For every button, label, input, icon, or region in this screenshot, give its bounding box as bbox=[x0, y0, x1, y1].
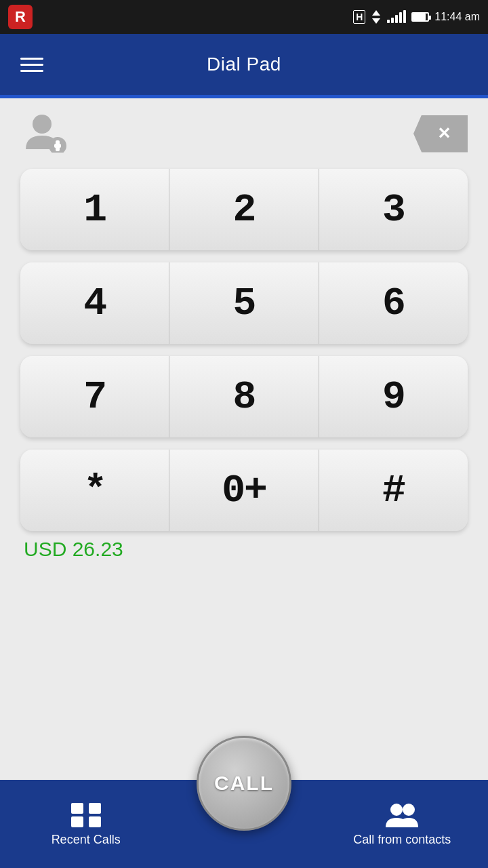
status-time: 11:44 am bbox=[434, 11, 480, 23]
backspace-button[interactable]: ✕ bbox=[413, 115, 468, 153]
key-8[interactable]: 8 bbox=[169, 356, 319, 437]
call-button[interactable]: CALL bbox=[197, 736, 291, 831]
key-7[interactable]: 7 bbox=[20, 356, 169, 437]
battery-icon bbox=[411, 12, 429, 22]
signal-bars bbox=[387, 11, 406, 23]
key-9[interactable]: 9 bbox=[319, 356, 468, 437]
svg-rect-5 bbox=[56, 140, 60, 151]
svg-rect-6 bbox=[71, 803, 83, 814]
key-4[interactable]: 4 bbox=[20, 262, 169, 344]
svg-point-2 bbox=[33, 115, 52, 134]
svg-point-10 bbox=[390, 804, 403, 816]
top-icons: ✕ bbox=[20, 112, 468, 155]
menu-button[interactable] bbox=[14, 51, 50, 79]
key-6[interactable]: 6 bbox=[319, 262, 468, 344]
status-bar: R H 11:44 am bbox=[0, 0, 488, 34]
status-bar-left: R bbox=[8, 5, 33, 29]
network-type-icon: H bbox=[353, 10, 365, 24]
status-bar-right: H 11:44 am bbox=[353, 10, 480, 24]
svg-rect-9 bbox=[89, 816, 101, 827]
key-star[interactable]: * bbox=[20, 450, 169, 531]
dial-row-3: 7 8 9 bbox=[20, 356, 468, 437]
contacts-nav[interactable]: Call from contacts bbox=[334, 802, 470, 847]
svg-marker-1 bbox=[372, 18, 380, 24]
main-content: ✕ 1 2 3 4 5 6 bbox=[0, 98, 488, 780]
recent-calls-label: Recent Calls bbox=[52, 833, 121, 847]
recent-calls-nav[interactable]: Recent Calls bbox=[18, 802, 154, 847]
contacts-label: Call from contacts bbox=[353, 833, 451, 847]
key-5[interactable]: 5 bbox=[169, 262, 319, 344]
key-hash[interactable]: # bbox=[319, 450, 468, 531]
dial-row-4: * 0+ # bbox=[20, 450, 468, 531]
dial-pad: 1 2 3 4 5 6 7 8 bbox=[20, 169, 468, 531]
data-direction-icon bbox=[371, 10, 382, 24]
add-contact-button[interactable] bbox=[20, 112, 68, 155]
recent-calls-icon bbox=[70, 802, 102, 829]
toolbar: Dial Pad bbox=[0, 34, 488, 95]
call-button-label: CALL bbox=[214, 772, 274, 795]
app-icon: R bbox=[8, 5, 33, 29]
toolbar-title: Dial Pad bbox=[207, 54, 281, 75]
svg-rect-7 bbox=[89, 803, 101, 814]
dial-row-1: 1 2 3 bbox=[20, 169, 468, 250]
key-0[interactable]: 0+ bbox=[169, 450, 319, 531]
balance-display: USD 26.23 bbox=[24, 538, 123, 561]
dial-row-2: 4 5 6 bbox=[20, 262, 468, 344]
contacts-icon bbox=[384, 802, 420, 829]
call-button-container: CALL bbox=[197, 736, 291, 831]
key-2[interactable]: 2 bbox=[169, 169, 319, 250]
svg-rect-8 bbox=[71, 816, 83, 827]
balance-row: USD 26.23 bbox=[20, 538, 468, 561]
svg-marker-0 bbox=[372, 10, 380, 16]
key-1[interactable]: 1 bbox=[20, 169, 169, 250]
svg-point-11 bbox=[403, 804, 415, 816]
key-3[interactable]: 3 bbox=[319, 169, 468, 250]
